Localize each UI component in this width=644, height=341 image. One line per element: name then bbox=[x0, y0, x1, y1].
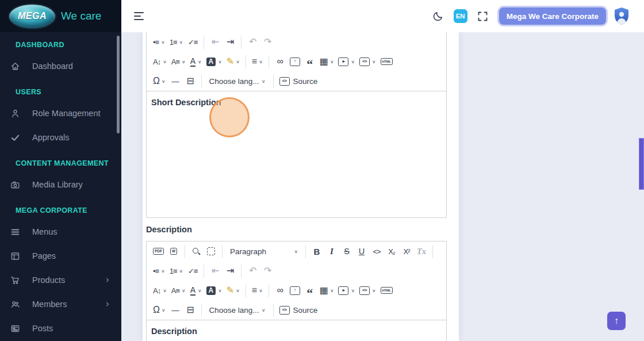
editor-content-area[interactable]: Short Description bbox=[147, 91, 446, 217]
toolbar-button-font-size[interactable]: A↕∨ bbox=[151, 54, 169, 69]
sidebar-item-approvals[interactable]: Approvals bbox=[10, 131, 121, 144]
toolbar-button-block-quote[interactable]: “ bbox=[302, 283, 317, 298]
toolbar-button-export-pdf[interactable]: PDF bbox=[151, 244, 166, 259]
toolbar-select-choose-lang[interactable]: Choose lang...∨ bbox=[205, 302, 270, 317]
workspace-button[interactable]: Mega We Care Corporate bbox=[499, 7, 606, 25]
toolbar-button-undo[interactable]: ↶ bbox=[245, 263, 260, 278]
block-quote-icon: “ bbox=[306, 286, 313, 296]
sidebar-item-dashboard[interactable]: Dashboard bbox=[10, 59, 121, 73]
toolbar-button-font-color[interactable]: A∨ bbox=[188, 283, 204, 298]
sidebar-item-posts[interactable]: Posts bbox=[10, 321, 121, 335]
html-embed-icon: HTML bbox=[381, 287, 393, 294]
page-scrollbar[interactable] bbox=[639, 138, 644, 190]
toolbar-button-font-family[interactable]: A≡∨ bbox=[169, 54, 188, 69]
toolbar-button-special-characters[interactable]: Ω∨ bbox=[151, 74, 168, 89]
toolbar-select-paragraph[interactable]: Paragraph∨ bbox=[226, 244, 302, 259]
form-card: •≡∨1≡∨✓≡⇤⇥↶↷A↕∨A≡∨A∨A∨✎∨≡∨∞↑“▦∨▸∨<>∨HTML… bbox=[143, 32, 459, 341]
toolbar-row: A↕∨A≡∨A∨A∨✎∨≡∨∞↑“▦∨▸∨<>∨HTML bbox=[147, 52, 446, 71]
horizontal-line-icon: — bbox=[172, 78, 179, 85]
toolbar-button-undo[interactable]: ↶ bbox=[245, 35, 260, 49]
toolbar-button-italic[interactable]: I bbox=[324, 244, 339, 259]
sidebar-item-role-management[interactable]: Role Management bbox=[10, 106, 121, 120]
toolbar-button-media-embed[interactable]: ▸∨ bbox=[336, 54, 357, 69]
chevron-down-icon: ∨ bbox=[161, 269, 165, 274]
toolbar-button-code-block[interactable]: <>∨ bbox=[357, 283, 378, 298]
sidebar-item-menus[interactable]: Menus bbox=[10, 225, 121, 239]
toolbar-button-redo[interactable]: ↷ bbox=[260, 35, 275, 49]
chevron-down-icon: ∨ bbox=[218, 59, 222, 64]
toolbar-button-link[interactable]: ∞ bbox=[273, 283, 288, 298]
hamburger-icon[interactable] bbox=[133, 10, 145, 23]
toolbar-button-horizontal-line[interactable]: — bbox=[168, 74, 183, 89]
toolbar-button-special-characters[interactable]: Ω∨ bbox=[151, 302, 168, 317]
toolbar-button-subscript[interactable]: X₂ bbox=[384, 244, 399, 259]
toolbar-button-image-upload[interactable]: ↑ bbox=[288, 54, 302, 69]
toolbar-button-html-embed[interactable]: HTML bbox=[378, 54, 395, 69]
underline-icon: U bbox=[359, 247, 365, 256]
toolbar-button-outdent[interactable]: ⇤ bbox=[208, 35, 223, 49]
toolbar-button-outdent[interactable]: ⇤ bbox=[208, 263, 223, 278]
toolbar-select-choose-lang[interactable]: Choose lang...∨ bbox=[205, 74, 270, 89]
toolbar-button-find-replace[interactable] bbox=[189, 244, 204, 259]
toolbar-button-underline[interactable]: U bbox=[354, 244, 369, 259]
toolbar-button-highlight[interactable]: ✎∨ bbox=[224, 54, 242, 69]
toolbar-separator bbox=[222, 245, 223, 258]
toolbar-button-font-background[interactable]: A∨ bbox=[204, 283, 224, 298]
sidebar-item-members[interactable]: Members bbox=[10, 297, 121, 311]
sidebar-item-media-library[interactable]: Media Library bbox=[10, 178, 121, 191]
toolbar-button-numbered-list[interactable]: 1≡∨ bbox=[167, 35, 185, 49]
sidebar-scrollbar[interactable] bbox=[117, 36, 120, 133]
toolbar-button-font-family[interactable]: A≡∨ bbox=[169, 283, 188, 298]
toolbar-button-bulleted-list[interactable]: •≡∨ bbox=[151, 263, 167, 278]
fullscreen-icon[interactable] bbox=[476, 9, 490, 23]
sidebar-item-products[interactable]: Products bbox=[10, 273, 121, 287]
toolbar-button-media-embed[interactable]: ▸∨ bbox=[336, 283, 357, 298]
toolbar-button-superscript[interactable]: X² bbox=[399, 244, 414, 259]
toolbar-button-strikethrough[interactable]: S bbox=[339, 244, 354, 259]
toolbar-separator bbox=[432, 245, 433, 258]
numbered-list-icon: 1≡ bbox=[170, 267, 177, 275]
toolbar-button-alignment[interactable]: ≡∨ bbox=[250, 283, 265, 298]
toolbar-button-insert-table[interactable]: ▦∨ bbox=[317, 54, 336, 69]
sidebar-item-label: Approvals bbox=[32, 133, 69, 142]
toolbar-button-link[interactable]: ∞ bbox=[273, 54, 288, 69]
toolbar-button-horizontal-line[interactable]: — bbox=[168, 302, 183, 317]
toolbar-button-bold[interactable]: B bbox=[309, 244, 324, 259]
toolbar-button-select-all[interactable] bbox=[204, 244, 218, 259]
editor-content-area[interactable]: Description bbox=[147, 320, 446, 341]
scroll-to-top-button[interactable]: ↑ bbox=[607, 312, 626, 330]
toolbar-button-font-size[interactable]: A↕∨ bbox=[151, 283, 169, 298]
toolbar-button-todo-list[interactable]: ✓≡ bbox=[185, 263, 200, 278]
toolbar-button-numbered-list[interactable]: 1≡∨ bbox=[167, 263, 185, 278]
toolbar-button-alignment[interactable]: ≡∨ bbox=[250, 54, 265, 69]
toolbar-button-source[interactable]: <>Source bbox=[277, 302, 320, 317]
toolbar-button-html-embed[interactable]: HTML bbox=[378, 283, 395, 298]
toolbar-button-indent[interactable]: ⇥ bbox=[223, 35, 237, 49]
toolbar-button-font-color[interactable]: A∨ bbox=[188, 54, 204, 69]
toolbar-button-page-break[interactable]: ⊟ bbox=[183, 302, 198, 317]
toolbar-separator bbox=[269, 55, 269, 68]
toolbar-button-todo-list[interactable]: ✓≡ bbox=[185, 35, 200, 49]
toolbar-button-remove-format[interactable]: Tx bbox=[414, 244, 429, 259]
toolbar-button-page-break[interactable]: ⊟ bbox=[183, 74, 198, 89]
toolbar-button-inline-code[interactable]: <> bbox=[369, 244, 384, 259]
find-replace-icon bbox=[192, 247, 200, 255]
language-badge[interactable]: EN bbox=[454, 9, 467, 23]
moon-icon[interactable] bbox=[431, 9, 445, 23]
toolbar-button-indent[interactable]: ⇥ bbox=[223, 263, 237, 278]
toolbar-separator bbox=[204, 265, 204, 278]
alignment-icon: ≡ bbox=[252, 286, 256, 295]
toolbar-button-block-quote[interactable]: “ bbox=[302, 54, 317, 69]
toolbar-button-image-upload[interactable]: ↑ bbox=[288, 283, 302, 298]
toolbar-button-code-block[interactable]: <>∨ bbox=[357, 54, 378, 69]
toolbar-button-bulleted-list[interactable]: •≡∨ bbox=[151, 35, 167, 49]
sidebar-item-pages[interactable]: Pages bbox=[10, 249, 121, 263]
toolbar-button-highlight[interactable]: ✎∨ bbox=[224, 283, 242, 298]
toolbar-button-export-word[interactable]: W bbox=[166, 244, 181, 259]
user-avatar[interactable] bbox=[613, 7, 630, 25]
toolbar-button-insert-table[interactable]: ▦∨ bbox=[317, 283, 336, 298]
toolbar-button-redo[interactable]: ↷ bbox=[260, 263, 275, 278]
toolbar-button-source[interactable]: <>Source bbox=[277, 74, 320, 89]
toolbar-button-font-background[interactable]: A∨ bbox=[204, 54, 224, 69]
special-characters-icon: Ω bbox=[153, 305, 159, 315]
